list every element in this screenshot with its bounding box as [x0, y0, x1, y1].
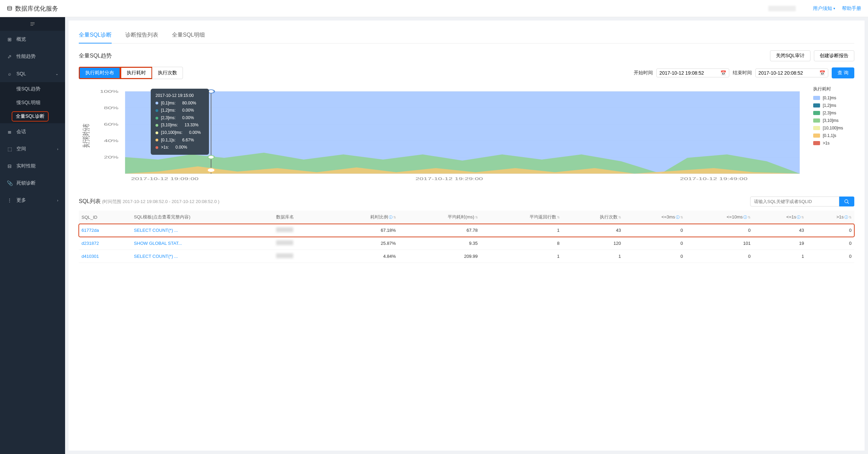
sidebar-sub-slow-detail[interactable]: 慢SQL明细 — [0, 96, 65, 110]
col-le1s[interactable]: <=1sⓘ⇅ — [753, 211, 807, 224]
help-manual-link[interactable]: 帮助手册 — [842, 5, 861, 12]
tooltip-row: [1,2]ms: 0.00% — [156, 107, 204, 114]
legend-swatch — [813, 96, 820, 100]
legend-swatch — [813, 118, 820, 123]
sql-template-link[interactable]: SELECT COUNT(*) ... — [134, 254, 178, 259]
trend-icon: ⬀ — [7, 54, 12, 59]
sql-template-link[interactable]: SELECT COUNT(*) ... — [134, 228, 178, 233]
tab-full-detail[interactable]: 全量SQL明细 — [172, 27, 205, 43]
trend-header: 全量SQL趋势 关闭SQL审计 创建诊断报告 — [79, 50, 854, 61]
tooltip-row: [0,1]ms: 80.00% — [156, 100, 204, 107]
sidebar-item-overview[interactable]: ⊞概览 — [0, 31, 65, 48]
sidebar-item-sql[interactable]: ⌕SQL⌄ — [0, 65, 65, 82]
sql-search-button[interactable] — [839, 197, 854, 206]
col-gt1s[interactable]: >1sⓘ⇅ — [807, 211, 854, 224]
legend-label: >1s — [823, 141, 830, 146]
legend-label: [1,2]ms — [823, 103, 836, 108]
metric-dist-button[interactable]: 执行耗时分布 — [79, 67, 121, 79]
search-icon — [844, 199, 850, 204]
clip-icon: 📎 — [7, 180, 12, 186]
tooltip-time: 2017-10-12 19:15:00 — [156, 92, 204, 100]
query-button[interactable]: 查 询 — [832, 67, 854, 78]
sql-id-link[interactable]: d231872 — [82, 241, 99, 246]
col-ratio[interactable]: 耗时比例ⓘ⇅ — [327, 211, 398, 224]
legend-swatch — [813, 103, 820, 108]
legend-label: [10,100]ms — [823, 126, 843, 130]
app-logo: 数据库优化服务 — [7, 4, 58, 13]
sql-id-link[interactable]: d410301 — [82, 254, 99, 259]
sort-icon: ⇅ — [393, 215, 396, 219]
sidebar-item-deadlock[interactable]: 📎死锁诊断 — [0, 175, 65, 192]
topbar: 数据库优化服务 用户须知▾ 帮助手册 — [0, 0, 868, 17]
sidebar-item-space[interactable]: ⬚空间› — [0, 140, 65, 157]
svg-text:2017-10-12 19:49:00: 2017-10-12 19:49:00 — [680, 177, 747, 181]
legend-item[interactable]: [1,2]ms — [813, 103, 854, 108]
close-audit-button[interactable]: 关闭SQL审计 — [770, 50, 810, 61]
chevron-down-icon: ▾ — [833, 7, 835, 10]
tooltip-row: [0.1,1]s: 6.67% — [156, 137, 204, 144]
monitor-icon: ⊟ — [7, 163, 12, 169]
legend-item[interactable]: [2,3]ms — [813, 111, 854, 115]
tab-full-diag[interactable]: 全量SQL诊断 — [79, 27, 112, 43]
main-tabs: 全量SQL诊断 诊断报告列表 全量SQL明细 — [79, 27, 854, 43]
col-avgrows[interactable]: 平均返回行数⇅ — [481, 211, 562, 224]
legend-item[interactable]: [0,1]ms — [813, 96, 854, 100]
svg-text:100%: 100% — [100, 89, 119, 93]
sidebar-sub-full-diag[interactable]: 全量SQL诊断 — [0, 110, 65, 123]
col-template[interactable]: SQL模板(点击查看完整内容) — [131, 211, 273, 224]
svg-text:2017-10-12 19:29:00: 2017-10-12 19:29:00 — [416, 177, 483, 181]
metric-time-button[interactable]: 执行耗时 — [120, 67, 152, 79]
table-row[interactable]: d231872 SHOW GLOBAL STAT... 25.87% 9.35 … — [79, 237, 854, 250]
list-icon: ≣ — [7, 129, 12, 135]
svg-text:2017-10-12 19:09:00: 2017-10-12 19:09:00 — [131, 177, 198, 181]
metric-button-group: 执行耗时分布 执行耗时 执行次数 — [79, 67, 183, 79]
col-dbname[interactable]: 数据库名 — [273, 211, 327, 224]
user-notice-link[interactable]: 用户须知▾ — [813, 5, 835, 12]
sql-id-link[interactable]: 61772da — [82, 228, 99, 233]
sql-search-input[interactable] — [750, 197, 839, 206]
svg-point-21 — [845, 200, 848, 203]
chevron-down-icon: ⌄ — [55, 72, 58, 76]
tab-report-list[interactable]: 诊断报告列表 — [125, 27, 158, 43]
svg-text:40%: 40% — [104, 139, 119, 143]
sidebar-collapse-toggle[interactable] — [0, 17, 65, 31]
sidebar-item-more[interactable]: ⋮更多› — [0, 192, 65, 209]
table-row[interactable]: 61772da SELECT COUNT(*) ... 67.18% 67.78… — [79, 224, 854, 237]
menu-collapse-icon — [30, 21, 35, 27]
col-le3[interactable]: <=3msⓘ⇅ — [624, 211, 686, 224]
metric-count-button[interactable]: 执行次数 — [152, 67, 183, 79]
legend-swatch — [813, 111, 820, 115]
disk-icon: ⬚ — [7, 146, 12, 152]
sidebar-item-performance[interactable]: ⬀性能趋势 — [0, 48, 65, 65]
col-sqlid[interactable]: SQL_ID — [79, 211, 131, 224]
col-exec[interactable]: 执行次数⇅ — [562, 211, 624, 224]
legend-label: [0.1,1]s — [823, 133, 836, 138]
chart-area[interactable]: 执行耗时分布 100% 80% 60% 40% 20% — [79, 86, 806, 186]
sidebar-sub-slow-trend[interactable]: 慢SQL趋势 — [0, 82, 65, 96]
start-time-input[interactable]: 📅 — [656, 68, 729, 77]
legend-title: 执行耗时 — [813, 86, 854, 92]
col-le10[interactable]: <=10msⓘ⇅ — [686, 211, 754, 224]
sidebar-item-realtime[interactable]: ⊟实时性能 — [0, 157, 65, 175]
col-avgms[interactable]: 平均耗时(ms)⇅ — [399, 211, 481, 224]
legend-item[interactable]: [10,100]ms — [813, 126, 854, 130]
sql-list-title: SQL列表 — [79, 198, 101, 205]
user-info-redacted — [768, 6, 796, 11]
svg-text:20%: 20% — [104, 155, 119, 159]
help-icon: ⓘ — [389, 215, 393, 219]
start-time-label: 开始时间 — [634, 70, 653, 76]
legend-swatch — [813, 141, 820, 145]
end-time-input[interactable]: 📅 — [755, 68, 828, 77]
legend-item[interactable]: [0.1,1]s — [813, 133, 854, 138]
sidebar-item-session[interactable]: ≣会话 — [0, 123, 65, 140]
legend-item[interactable]: >1s — [813, 141, 854, 146]
legend-item[interactable]: [3,10]ms — [813, 118, 854, 123]
table-row[interactable]: d410301 SELECT COUNT(*) ... 4.84% 209.99… — [79, 250, 854, 263]
sql-template-link[interactable]: SHOW GLOBAL STAT... — [134, 241, 182, 246]
search-icon: ⌕ — [7, 71, 12, 76]
legend-label: [2,3]ms — [823, 111, 836, 115]
create-report-button[interactable]: 创建诊断报告 — [814, 50, 854, 61]
dbname-redacted — [276, 240, 293, 245]
svg-point-16 — [208, 155, 214, 159]
tooltip-row: [3,10]ms: 13.33% — [156, 122, 204, 129]
